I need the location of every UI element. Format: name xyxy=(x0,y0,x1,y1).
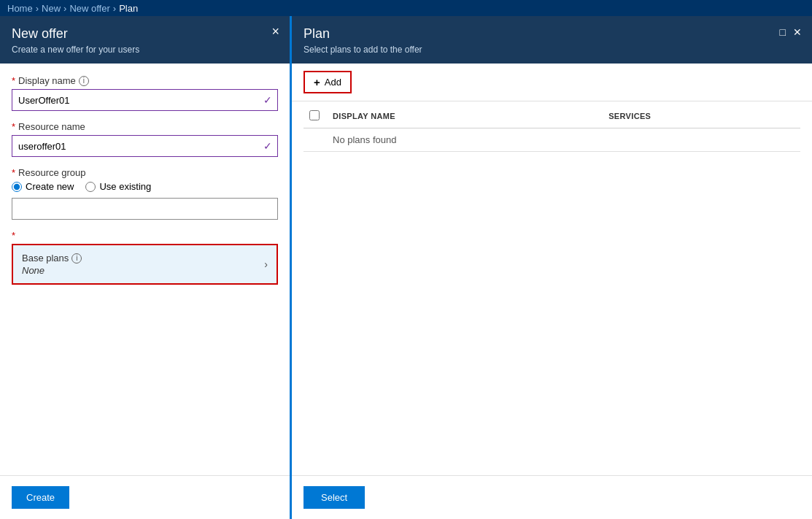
right-panel-subtitle: Select plans to add to the offer xyxy=(303,45,800,55)
right-close-icon[interactable]: ✕ xyxy=(793,26,802,38)
breadcrumb-home[interactable]: Home xyxy=(7,3,33,14)
resource-group-radio-group: Create new Use existing xyxy=(12,181,278,192)
resource-name-label: * Resource name xyxy=(12,121,278,132)
resource-group-group: * Resource group Create new Use existing xyxy=(12,167,278,220)
plan-table: DISPLAY NAME SERVICES No plans found xyxy=(303,104,800,152)
plus-icon: + xyxy=(314,76,320,88)
plan-toolbar: + Add xyxy=(292,64,812,101)
breadcrumb: Home › New › New offer › Plan xyxy=(0,0,812,16)
use-existing-radio[interactable] xyxy=(85,182,96,192)
left-panel: New offer Create a new offer for your us… xyxy=(0,16,292,519)
resource-name-input[interactable] xyxy=(12,135,278,157)
use-existing-radio-item[interactable]: Use existing xyxy=(85,181,151,192)
required-star-3: * xyxy=(12,167,15,178)
base-plans-label: Base plans i xyxy=(22,253,82,264)
required-star-2: * xyxy=(12,121,15,132)
resource-name-group: * Resource name ✓ xyxy=(12,121,278,157)
select-button[interactable]: Select xyxy=(303,486,365,509)
no-plans-row: No plans found xyxy=(303,128,800,152)
table-header-checkbox[interactable] xyxy=(309,110,320,120)
required-star-4: * xyxy=(12,230,15,241)
close-button[interactable]: × xyxy=(271,25,279,38)
base-plans-label-text: Base plans xyxy=(22,253,69,264)
display-name-info-icon[interactable]: i xyxy=(79,76,89,86)
right-body: + Add DISPLAY NAME SERVICES xyxy=(292,64,812,475)
resource-name-check-icon: ✓ xyxy=(263,140,272,152)
add-button[interactable]: + Add xyxy=(303,71,352,93)
create-new-label: Create new xyxy=(26,181,74,192)
display-name-label-text: Display name xyxy=(18,75,76,86)
create-new-radio[interactable] xyxy=(12,182,22,192)
left-header: New offer Create a new offer for your us… xyxy=(0,16,290,64)
right-footer: Select xyxy=(292,475,812,519)
create-button[interactable]: Create xyxy=(12,486,69,509)
resource-group-label: * Resource group xyxy=(12,167,278,178)
base-plans-info-icon[interactable]: i xyxy=(71,253,82,264)
display-name-check-icon: ✓ xyxy=(263,94,272,106)
display-name-group: * Display name i ✓ xyxy=(12,75,278,111)
base-plans-value: None xyxy=(22,265,82,276)
base-plans-label-row: * xyxy=(12,230,278,241)
no-plans-message: No plans found xyxy=(327,128,603,152)
base-plans-left: Base plans i None xyxy=(22,253,82,276)
breadcrumb-new-offer[interactable]: New offer xyxy=(69,3,109,14)
resource-name-input-wrap: ✓ xyxy=(12,135,278,157)
base-plans-group: * Base plans i None › xyxy=(12,230,278,285)
plan-table-area: DISPLAY NAME SERVICES No plans found xyxy=(292,101,812,475)
table-header-display-name: DISPLAY NAME xyxy=(327,104,603,128)
left-panel-title: New offer xyxy=(12,26,278,42)
base-plans-box[interactable]: Base plans i None › xyxy=(12,244,278,285)
resource-group-input[interactable] xyxy=(12,198,278,220)
left-form: * Display name i ✓ * Resource name ✓ xyxy=(0,64,290,475)
resource-name-label-text: Resource name xyxy=(18,121,85,132)
display-name-input-wrap: ✓ xyxy=(12,89,278,111)
required-star: * xyxy=(12,75,15,86)
left-footer: Create xyxy=(0,475,290,519)
chevron-right-icon: › xyxy=(264,258,268,270)
resource-group-label-text: Resource group xyxy=(18,167,86,178)
right-header-icons: □ ✕ xyxy=(780,26,802,38)
display-name-label: * Display name i xyxy=(12,75,278,86)
left-panel-subtitle: Create a new offer for your users xyxy=(12,45,278,55)
right-header: Plan Select plans to add to the offer □ … xyxy=(292,16,812,64)
display-name-input[interactable] xyxy=(12,89,278,111)
maximize-icon[interactable]: □ xyxy=(780,26,786,38)
breadcrumb-new[interactable]: New xyxy=(42,3,61,14)
use-existing-label: Use existing xyxy=(99,181,151,192)
table-header-checkbox-col xyxy=(303,104,327,128)
right-panel-title: Plan xyxy=(303,26,800,42)
add-button-label: Add xyxy=(325,77,341,88)
table-header-services: SERVICES xyxy=(603,104,800,128)
breadcrumb-current: Plan xyxy=(119,3,138,14)
create-new-radio-item[interactable]: Create new xyxy=(12,181,74,192)
right-panel: Plan Select plans to add to the offer □ … xyxy=(292,16,812,519)
